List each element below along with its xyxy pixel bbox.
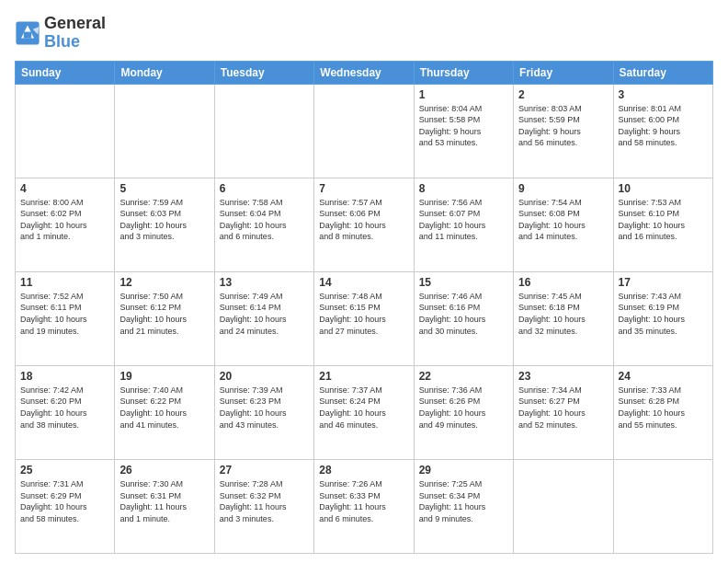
day-number: 10	[619, 182, 708, 195]
day-header-saturday: Saturday	[613, 61, 712, 84]
day-info: Sunrise: 7:46 AM Sunset: 6:16 PM Dayligh…	[419, 291, 508, 337]
calendar-cell: 3Sunrise: 8:01 AM Sunset: 6:00 PM Daylig…	[613, 84, 712, 178]
calendar-cell: 21Sunrise: 7:37 AM Sunset: 6:24 PM Dayli…	[314, 365, 414, 459]
day-number: 19	[119, 370, 209, 383]
day-info: Sunrise: 7:39 AM Sunset: 6:23 PM Dayligh…	[220, 385, 309, 431]
day-info: Sunrise: 7:48 AM Sunset: 6:15 PM Dayligh…	[319, 291, 408, 337]
day-info: Sunrise: 7:42 AM Sunset: 6:20 PM Dayligh…	[20, 385, 109, 431]
day-number: 3	[619, 88, 708, 101]
day-number: 7	[319, 182, 408, 195]
calendar-cell: 18Sunrise: 7:42 AM Sunset: 6:20 PM Dayli…	[16, 365, 115, 459]
day-number: 1	[419, 88, 508, 101]
week-row-3: 18Sunrise: 7:42 AM Sunset: 6:20 PM Dayli…	[16, 365, 713, 459]
calendar-cell: 20Sunrise: 7:39 AM Sunset: 6:23 PM Dayli…	[214, 365, 313, 459]
week-row-1: 4Sunrise: 8:00 AM Sunset: 6:02 PM Daylig…	[16, 178, 713, 271]
calendar-cell	[314, 84, 414, 178]
calendar-cell: 23Sunrise: 7:34 AM Sunset: 6:27 PM Dayli…	[514, 365, 613, 459]
calendar-cell: 29Sunrise: 7:25 AM Sunset: 6:34 PM Dayli…	[414, 459, 513, 553]
day-info: Sunrise: 7:28 AM Sunset: 6:32 PM Dayligh…	[220, 478, 309, 524]
day-info: Sunrise: 7:26 AM Sunset: 6:33 PM Dayligh…	[319, 478, 408, 524]
day-header-thursday: Thursday	[414, 61, 513, 84]
day-info: Sunrise: 7:59 AM Sunset: 6:03 PM Dayligh…	[119, 197, 209, 243]
day-number: 11	[20, 276, 109, 289]
day-number: 16	[518, 276, 608, 289]
day-info: Sunrise: 7:40 AM Sunset: 6:22 PM Dayligh…	[119, 385, 209, 431]
calendar-table: SundayMondayTuesdayWednesdayThursdayFrid…	[15, 61, 713, 554]
day-number: 12	[119, 276, 209, 289]
day-number: 23	[518, 370, 608, 383]
day-header-tuesday: Tuesday	[214, 61, 313, 84]
calendar-cell: 8Sunrise: 7:56 AM Sunset: 6:07 PM Daylig…	[414, 178, 513, 271]
calendar-cell: 9Sunrise: 7:54 AM Sunset: 6:08 PM Daylig…	[514, 178, 613, 271]
calendar-body: 1Sunrise: 8:04 AM Sunset: 5:58 PM Daylig…	[16, 84, 713, 553]
day-info: Sunrise: 7:57 AM Sunset: 6:06 PM Dayligh…	[319, 197, 408, 243]
calendar-cell	[613, 459, 712, 553]
day-header-sunday: Sunday	[16, 61, 115, 84]
day-number: 5	[119, 182, 209, 195]
calendar-cell: 19Sunrise: 7:40 AM Sunset: 6:22 PM Dayli…	[115, 365, 214, 459]
calendar-cell	[514, 459, 613, 553]
calendar-cell	[214, 84, 313, 178]
calendar-cell: 4Sunrise: 8:00 AM Sunset: 6:02 PM Daylig…	[16, 178, 115, 271]
day-info: Sunrise: 8:04 AM Sunset: 5:58 PM Dayligh…	[419, 103, 508, 149]
day-number: 18	[20, 370, 109, 383]
calendar-cell: 2Sunrise: 8:03 AM Sunset: 5:59 PM Daylig…	[514, 84, 613, 178]
calendar-cell: 7Sunrise: 7:57 AM Sunset: 6:06 PM Daylig…	[314, 178, 414, 271]
calendar-cell: 22Sunrise: 7:36 AM Sunset: 6:26 PM Dayli…	[414, 365, 513, 459]
day-info: Sunrise: 7:49 AM Sunset: 6:14 PM Dayligh…	[220, 291, 309, 337]
day-info: Sunrise: 7:53 AM Sunset: 6:10 PM Dayligh…	[619, 197, 708, 243]
day-info: Sunrise: 8:03 AM Sunset: 5:59 PM Dayligh…	[518, 103, 608, 149]
day-info: Sunrise: 7:50 AM Sunset: 6:12 PM Dayligh…	[119, 291, 209, 337]
day-number: 13	[220, 276, 309, 289]
calendar-cell: 27Sunrise: 7:28 AM Sunset: 6:32 PM Dayli…	[214, 459, 313, 553]
day-number: 8	[419, 182, 508, 195]
day-info: Sunrise: 7:30 AM Sunset: 6:31 PM Dayligh…	[119, 478, 209, 524]
header: General Blue	[15, 15, 713, 52]
calendar-cell: 10Sunrise: 7:53 AM Sunset: 6:10 PM Dayli…	[613, 178, 712, 271]
calendar-cell: 17Sunrise: 7:43 AM Sunset: 6:19 PM Dayli…	[613, 271, 712, 365]
calendar-cell: 13Sunrise: 7:49 AM Sunset: 6:14 PM Dayli…	[214, 271, 313, 365]
calendar-cell: 16Sunrise: 7:45 AM Sunset: 6:18 PM Dayli…	[514, 271, 613, 365]
calendar-cell: 26Sunrise: 7:30 AM Sunset: 6:31 PM Dayli…	[115, 459, 214, 553]
day-info: Sunrise: 7:36 AM Sunset: 6:26 PM Dayligh…	[419, 385, 508, 431]
calendar-cell	[115, 84, 214, 178]
calendar-cell: 15Sunrise: 7:46 AM Sunset: 6:16 PM Dayli…	[414, 271, 513, 365]
week-row-4: 25Sunrise: 7:31 AM Sunset: 6:29 PM Dayli…	[16, 459, 713, 553]
day-header-friday: Friday	[514, 61, 613, 84]
calendar-cell: 6Sunrise: 7:58 AM Sunset: 6:04 PM Daylig…	[214, 178, 313, 271]
day-number: 17	[619, 276, 708, 289]
day-info: Sunrise: 7:43 AM Sunset: 6:19 PM Dayligh…	[619, 291, 708, 337]
day-info: Sunrise: 7:31 AM Sunset: 6:29 PM Dayligh…	[20, 478, 109, 524]
day-info: Sunrise: 7:56 AM Sunset: 6:07 PM Dayligh…	[419, 197, 508, 243]
day-number: 2	[518, 88, 608, 101]
calendar-cell: 11Sunrise: 7:52 AM Sunset: 6:11 PM Dayli…	[16, 271, 115, 365]
day-number: 14	[319, 276, 408, 289]
day-info: Sunrise: 7:37 AM Sunset: 6:24 PM Dayligh…	[319, 385, 408, 431]
day-info: Sunrise: 8:00 AM Sunset: 6:02 PM Dayligh…	[20, 197, 109, 243]
day-info: Sunrise: 7:33 AM Sunset: 6:28 PM Dayligh…	[619, 385, 708, 431]
day-info: Sunrise: 7:34 AM Sunset: 6:27 PM Dayligh…	[518, 385, 608, 431]
week-row-2: 11Sunrise: 7:52 AM Sunset: 6:11 PM Dayli…	[16, 271, 713, 365]
calendar-cell: 24Sunrise: 7:33 AM Sunset: 6:28 PM Dayli…	[613, 365, 712, 459]
day-info: Sunrise: 7:58 AM Sunset: 6:04 PM Dayligh…	[220, 197, 309, 243]
calendar-cell: 5Sunrise: 7:59 AM Sunset: 6:03 PM Daylig…	[115, 178, 214, 271]
day-number: 20	[220, 370, 309, 383]
day-number: 25	[20, 464, 109, 477]
day-info: Sunrise: 7:25 AM Sunset: 6:34 PM Dayligh…	[419, 478, 508, 524]
logo-text: General Blue	[44, 15, 106, 52]
calendar-page: General Blue SundayMondayTuesdayWednesda…	[0, 0, 728, 563]
calendar-cell: 14Sunrise: 7:48 AM Sunset: 6:15 PM Dayli…	[314, 271, 414, 365]
day-number: 4	[20, 182, 109, 195]
day-info: Sunrise: 7:54 AM Sunset: 6:08 PM Dayligh…	[518, 197, 608, 243]
logo: General Blue	[15, 15, 106, 52]
week-row-0: 1Sunrise: 8:04 AM Sunset: 5:58 PM Daylig…	[16, 84, 713, 178]
day-number: 6	[220, 182, 309, 195]
calendar-cell	[16, 84, 115, 178]
day-header-wednesday: Wednesday	[314, 61, 414, 84]
svg-rect-2	[24, 31, 31, 38]
calendar-cell: 28Sunrise: 7:26 AM Sunset: 6:33 PM Dayli…	[314, 459, 414, 553]
calendar-cell: 12Sunrise: 7:50 AM Sunset: 6:12 PM Dayli…	[115, 271, 214, 365]
day-number: 21	[319, 370, 408, 383]
calendar-cell: 25Sunrise: 7:31 AM Sunset: 6:29 PM Dayli…	[16, 459, 115, 553]
day-info: Sunrise: 8:01 AM Sunset: 6:00 PM Dayligh…	[619, 103, 708, 149]
